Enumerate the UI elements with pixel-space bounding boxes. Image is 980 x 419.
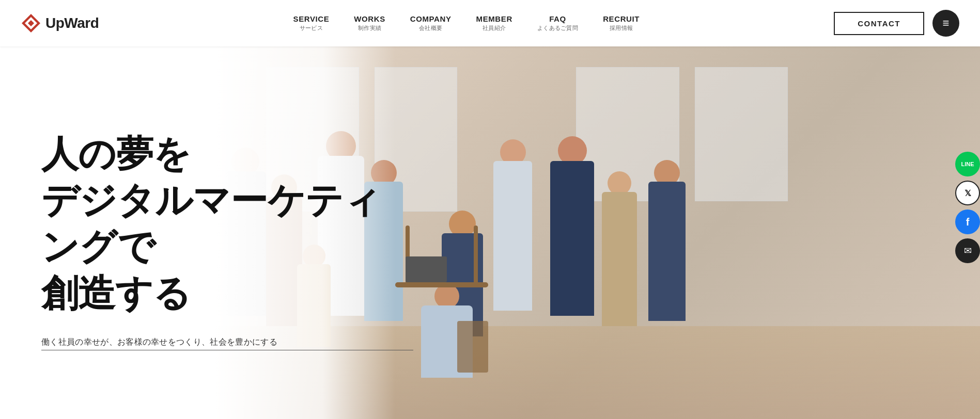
logo-text: UpWard — [45, 15, 99, 31]
contact-button[interactable]: CONTACT — [834, 12, 924, 35]
hamburger-button[interactable]: ≡ — [932, 10, 959, 37]
nav-item-ja-2: 会社概要 — [419, 24, 442, 32]
nav-item-en-3: MEMBER — [476, 14, 512, 23]
mail-icon[interactable]: ✉ — [955, 238, 980, 263]
nav-item-ja-1: 制作実績 — [358, 24, 381, 32]
nav-item-service[interactable]: SERVICE サービス — [293, 14, 330, 32]
hamburger-icon: ≡ — [943, 17, 950, 30]
hero-title: 人の夢を デジタルマーケティングで 創造する — [41, 131, 413, 316]
hero-title-line1: 人の夢を — [41, 133, 191, 174]
nav-item-ja-3: 社員紹介 — [483, 24, 506, 32]
hero-section: 人の夢を デジタルマーケティングで 創造する 働く社員の幸せが、お客様の幸せをつ… — [0, 46, 980, 419]
facebook-icon-label: f — [966, 216, 970, 228]
hero-title-line3: 創造する — [41, 272, 191, 314]
person-7 — [493, 139, 532, 311]
line-icon[interactable]: LINE — [955, 152, 980, 176]
stool — [457, 321, 488, 373]
logo-link[interactable]: UpWard — [21, 13, 99, 34]
person-9 — [550, 136, 594, 316]
nav-item-company[interactable]: COMPANY 会社概要 — [410, 14, 452, 32]
line-icon-label: LINE — [961, 161, 974, 167]
nav-item-en-5: RECRUIT — [603, 14, 640, 23]
facebook-icon[interactable]: f — [955, 210, 980, 234]
hero-subtitle: 働く社員の幸せが、お客様の幸せをつくり、社会を豊かにする — [41, 337, 413, 350]
hero-text-area: 人の夢を デジタルマーケティングで 創造する 働く社員の幸せが、お客様の幸せをつ… — [0, 46, 413, 419]
hero-title-line2: デジタルマーケティングで — [41, 180, 381, 267]
x-icon-label: 𝕏 — [965, 188, 971, 198]
person-10 — [602, 171, 637, 326]
nav-item-en-0: SERVICE — [293, 14, 330, 23]
side-social-bar: LINE 𝕏 f ✉ — [955, 152, 980, 267]
nav-item-ja-0: サービス — [300, 24, 323, 32]
nav-item-works[interactable]: WORKS 制作実績 — [354, 14, 385, 32]
logo-diamond-icon — [21, 13, 41, 34]
nav-item-faq[interactable]: FAQ よくあるご質問 — [537, 14, 578, 32]
nav-item-en-2: COMPANY — [410, 14, 452, 23]
center-table — [395, 282, 488, 287]
nav-item-en-1: WORKS — [354, 14, 385, 23]
mail-icon-label: ✉ — [964, 245, 972, 256]
header-right: CONTACT ≡ — [834, 10, 959, 37]
nav-item-member[interactable]: MEMBER 社員紹介 — [476, 14, 512, 32]
x-icon[interactable]: 𝕏 — [955, 181, 980, 205]
site-header: UpWard SERVICE サービス WORKS 制作実績 COMPANY 会… — [0, 0, 980, 46]
nav-item-ja-5: 採用情報 — [610, 24, 633, 32]
nav-item-ja-4: よくあるご質問 — [537, 24, 578, 32]
laptop — [406, 256, 447, 282]
person-11 — [648, 160, 686, 321]
main-nav: SERVICE サービス WORKS 制作実績 COMPANY 会社概要 MEM… — [293, 14, 640, 32]
nav-item-en-4: FAQ — [549, 14, 566, 23]
nav-item-recruit[interactable]: RECRUIT 採用情報 — [603, 14, 640, 32]
